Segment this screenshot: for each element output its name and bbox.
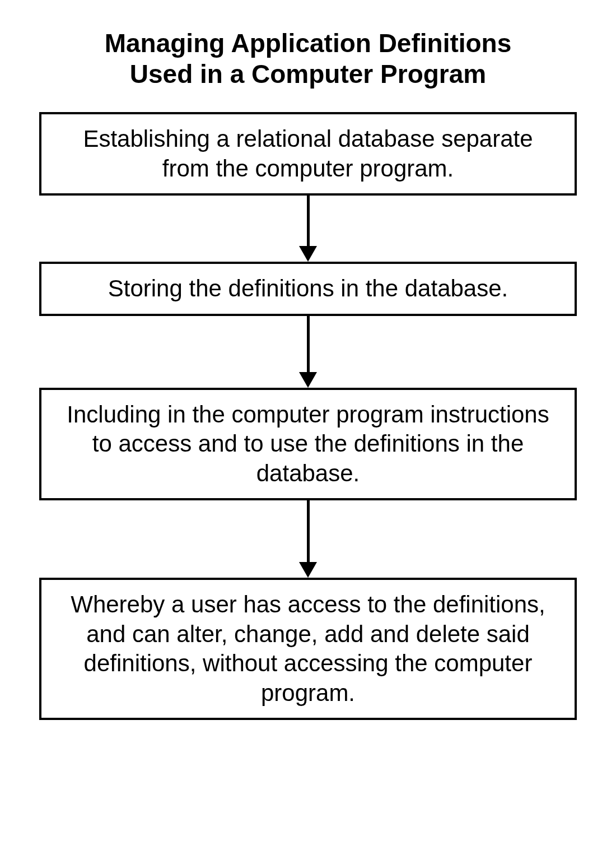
flow-box-1-text: Establishing a relational database separ… xyxy=(83,126,533,182)
arrow-line-icon xyxy=(307,196,310,246)
arrow-head-icon xyxy=(299,562,317,578)
flow-box-1: Establishing a relational database separ… xyxy=(39,112,577,196)
arrow-head-icon xyxy=(299,246,317,262)
flow-box-4: Whereby a user has access to the definit… xyxy=(39,578,577,720)
title-line-1: Managing Application Definitions xyxy=(105,29,512,58)
arrow-3 xyxy=(299,500,317,578)
arrow-line-icon xyxy=(307,500,310,562)
arrow-line-icon xyxy=(307,316,310,372)
flow-box-2-text: Storing the definitions in the database. xyxy=(108,275,508,301)
flow-box-3: Including in the computer program instru… xyxy=(39,388,577,501)
flow-box-2: Storing the definitions in the database. xyxy=(39,262,577,316)
diagram-title: Managing Application Definitions Used in… xyxy=(105,28,512,90)
arrow-1 xyxy=(299,196,317,262)
flow-box-3-text: Including in the computer program instru… xyxy=(67,401,549,486)
arrow-2 xyxy=(299,316,317,388)
title-line-2: Used in a Computer Program xyxy=(130,59,486,89)
arrow-head-icon xyxy=(299,372,317,388)
flow-box-4-text: Whereby a user has access to the definit… xyxy=(71,591,545,706)
